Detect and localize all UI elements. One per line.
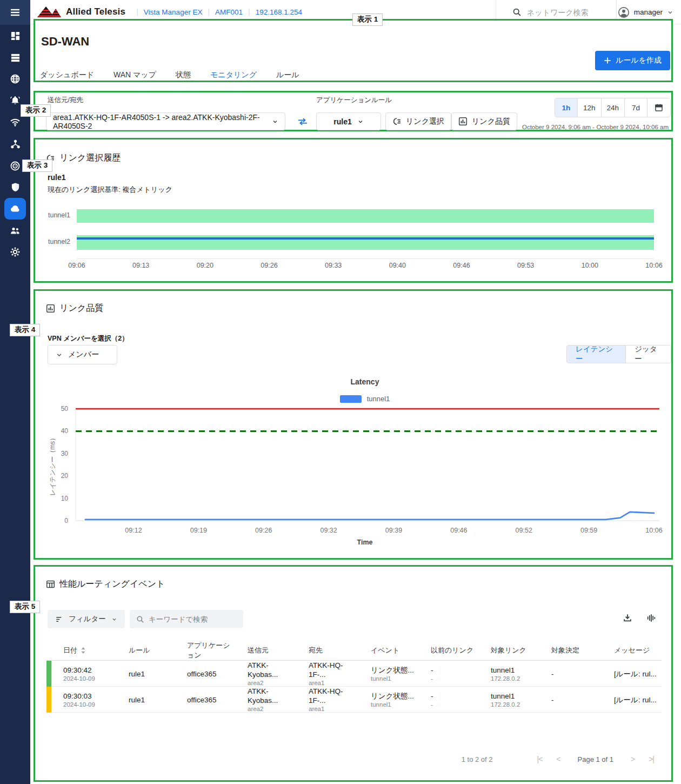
latency-tab[interactable]: レイテンシー	[567, 346, 625, 363]
x-tick-label: 09:33	[317, 262, 350, 269]
tab-2[interactable]: 状態	[176, 69, 191, 81]
pagination: 1 to 2 of 2 |< < Page 1 of 1 > >|	[462, 755, 654, 763]
cell-main: [ルール: rul...	[614, 695, 662, 705]
tab-1[interactable]: WAN マップ	[114, 69, 156, 81]
events-table-header: 日付ルールアプリケーション送信元宛先イベント以前のリンク対象リンク対象決定メッセ…	[46, 641, 662, 661]
link-selection-button[interactable]: リンク選択	[385, 112, 451, 130]
menu-button[interactable]	[0, 0, 30, 25]
keyword-search	[130, 610, 243, 628]
table-row[interactable]: 09:30:032024-10-09rule1office365ATKK-Kyo…	[46, 687, 662, 713]
filter-button[interactable]: フィルター	[48, 610, 125, 628]
vpn-member-label: VPN メンバーを選択（2）	[48, 334, 129, 343]
column-header-7[interactable]: 対象リンク	[479, 646, 540, 655]
cell-rule: rule1	[117, 669, 176, 679]
keyword-search-input[interactable]	[149, 615, 230, 623]
cell-target_link: tunnel1172.28.0.2	[479, 692, 540, 708]
link-amf-network[interactable]: AMF001	[215, 8, 243, 16]
column-header-2[interactable]: アプリケーション	[176, 641, 236, 660]
range-12h[interactable]: 12h	[578, 98, 602, 117]
app-rule-select[interactable]: rule1	[316, 112, 381, 130]
source-dest-select[interactable]: area1.ATKK-HQ-1F-AR4050S-1 -> area2.ATKK…	[46, 112, 285, 130]
sidebar-item-topology[interactable]	[0, 133, 30, 155]
bar-chart-icon	[458, 117, 468, 126]
column-header-3[interactable]: 送信元	[236, 646, 297, 655]
sidebar-item-security[interactable]	[0, 176, 30, 198]
page-header-panel: SD-WAN ルールを作成 ダッシュボードWAN マップ状態モニタリングルール	[34, 19, 673, 82]
cell-target_link: tunnel1172.28.0.2	[479, 666, 540, 682]
cell-application: office365	[176, 695, 236, 705]
section-title: リンク品質	[59, 303, 103, 314]
y-tick-label: 0	[64, 517, 68, 524]
column-header-0[interactable]: 日付	[52, 646, 117, 655]
cell-destination: ATKK-HQ-1F-...area1	[297, 661, 359, 687]
cell-message: [ルール: rul...	[603, 695, 662, 705]
cell-destination: ATKK-HQ-1F-...area1	[297, 687, 359, 713]
member-select-button[interactable]: メンバー	[48, 345, 117, 364]
topbar-links: | Vista Manager EX | AMF001 | 192.168.1.…	[131, 8, 302, 16]
cell-main: ATKK-Kyobas...	[248, 687, 297, 705]
link-quality-button[interactable]: リンク品質	[451, 112, 517, 130]
x-tick-label: 09:19	[190, 527, 207, 534]
bar-chart-icon	[46, 304, 55, 313]
link-selection-history-header: リンク選択履歴	[46, 152, 121, 164]
last-page-button[interactable]: >|	[649, 755, 654, 763]
sidebar-item-user-management[interactable]	[0, 220, 30, 241]
x-tick-label: 09:46	[450, 527, 467, 534]
column-header-8[interactable]: 対象決定	[540, 646, 603, 655]
range-1h[interactable]: 1h	[555, 98, 578, 117]
link-controller-ip[interactable]: 192.168.1.254	[256, 8, 302, 16]
sidebar-item-asset-list[interactable]	[0, 46, 30, 68]
y-tick-label: 20	[61, 472, 69, 480]
tab-0[interactable]: ダッシュボード	[40, 69, 94, 81]
columns-icon[interactable]	[646, 613, 656, 623]
sidebar-item-network-map[interactable]	[0, 68, 30, 90]
table-row[interactable]: 09:30:422024-10-09rule1office365ATKK-Kyo…	[46, 661, 662, 687]
latency-legend: tunnel1	[76, 395, 654, 403]
annotation-badge-5: 表示 5	[10, 601, 40, 613]
range-24h[interactable]: 24h	[602, 98, 625, 117]
range-text: 1 to 2 of 2	[462, 755, 493, 763]
source-dest-label: 送信元/宛先	[48, 96, 83, 105]
globe-icon	[10, 74, 21, 84]
sidebar-item-dashboard[interactable]	[0, 25, 30, 46]
cell-sub: tunnel1	[371, 701, 419, 708]
sort-icon[interactable]	[81, 647, 86, 654]
column-header-label: 対象決定	[551, 646, 579, 655]
filter-bar-panel: 送信元/宛先 area1.ATKK-HQ-1F-AR4050S-1 -> are…	[34, 91, 673, 131]
range-7d[interactable]: 7d	[625, 98, 647, 117]
network-search-input[interactable]	[527, 8, 613, 17]
column-header-9[interactable]: メッセージ	[603, 646, 662, 655]
tab-3[interactable]: モニタリング	[210, 69, 257, 81]
x-tick-label: 10:00	[573, 262, 606, 269]
calendar-button[interactable]	[647, 98, 670, 117]
cell-sub: 2024-10-09	[63, 701, 117, 708]
topology-icon	[10, 139, 21, 149]
column-header-4[interactable]: 宛先	[297, 646, 359, 655]
swap-direction-button[interactable]	[293, 114, 312, 130]
sidebar-item-sd-wan[interactable]	[4, 198, 26, 220]
cell-main: リンク状態...	[371, 666, 419, 675]
tab-4[interactable]: ルール	[276, 69, 299, 81]
next-page-button[interactable]: >	[631, 755, 635, 763]
events-table-body: 09:30:422024-10-09rule1office365ATKK-Kyo…	[46, 661, 662, 713]
x-tick-label: 09:52	[516, 527, 532, 534]
prev-page-button[interactable]: <	[556, 755, 560, 763]
download-icon[interactable]	[623, 613, 632, 623]
jitter-tab[interactable]: ジッター	[625, 346, 671, 363]
column-header-label: イベント	[371, 646, 399, 655]
chevron-down-icon	[272, 118, 278, 125]
column-header-6[interactable]: 以前のリンク	[419, 646, 479, 655]
y-tick-label: 30	[61, 450, 69, 457]
column-header-5[interactable]: イベント	[359, 646, 419, 655]
create-rule-button[interactable]: ルールを作成	[595, 51, 670, 70]
time-range-group: 1h12h24h7d	[555, 98, 671, 117]
app-rule-label: アプリケーションルール	[316, 96, 392, 105]
hamburger-icon	[10, 7, 21, 18]
chevron-down-icon	[357, 118, 364, 125]
cell-event: リンク状態...tunnel1	[359, 692, 419, 708]
sidebar-item-settings[interactable]	[0, 241, 30, 263]
link-vista-manager[interactable]: Vista Manager EX	[144, 8, 203, 16]
target-icon	[10, 161, 21, 171]
first-page-button[interactable]: |<	[537, 755, 543, 763]
column-header-1[interactable]: ルール	[117, 646, 176, 655]
